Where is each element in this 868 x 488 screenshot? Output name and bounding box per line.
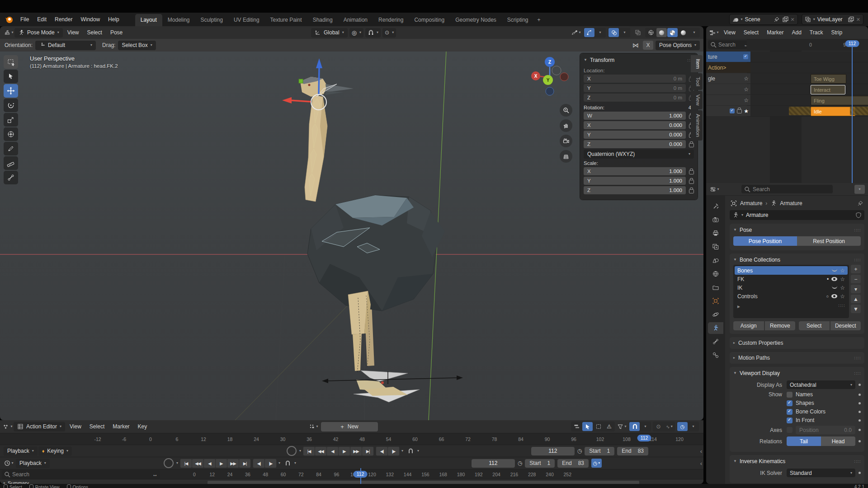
pan-button[interactable] [560,119,572,132]
nla-menu-marker[interactable]: Marker [763,28,788,37]
transport1-next[interactable]: ▶▶ [350,447,362,455]
viewlayer-selector[interactable]: ▾ ViewLayer ✕ [802,14,863,25]
rotation-w-field[interactable]: W1.000 [584,112,686,120]
workspace-tab-modeling[interactable]: Modeling [162,14,195,26]
ik-solver-dropdown[interactable]: Standard▾ [787,469,855,477]
nla-track-5[interactable]: ★ [706,106,750,116]
animate-dot[interactable] [859,402,861,404]
shading-wireframe[interactable] [646,28,656,37]
tool-scale[interactable] [4,113,18,127]
scale-y-field[interactable]: Y1.000 [584,177,686,185]
nla-track-3[interactable]: ☆ [706,84,750,94]
start-frame-field-2[interactable]: Start1 [525,459,555,468]
pin-icon[interactable] [857,200,863,206]
end-frame-field-2[interactable]: End83 [557,459,589,468]
new-scene-icon[interactable] [782,16,788,23]
names-checkbox[interactable] [787,392,793,398]
dopesheet-menu-select[interactable]: Select [85,422,108,431]
unlink-scene-icon[interactable]: ✕ [791,17,795,23]
eye-closed-icon[interactable] [832,285,837,289]
xray-toggle[interactable] [632,28,643,37]
sync-playback-button[interactable]: ◷▾ [591,459,602,468]
show-gizmo-toggle[interactable] [584,28,594,37]
shapes-checkbox[interactable] [787,400,793,406]
only-selected-toggle[interactable] [582,422,593,431]
transform-panel-header[interactable]: ▼Transform ∷∷ [584,56,694,66]
tool-pose-tool[interactable] [4,171,18,184]
playback-popover-2[interactable]: Playback▾ [16,459,50,468]
npanel-tab-animation[interactable]: Animation [691,110,703,141]
star-icon[interactable]: ☆ [840,268,845,273]
nla-playhead-line[interactable] [852,47,853,183]
deselect-button[interactable]: Deselect [830,321,861,330]
properties-tab-collection[interactable] [708,282,723,293]
pose-options-dropdown[interactable]: Pose Options▾ [656,41,700,50]
workspace-tab-layout[interactable]: Layout [135,14,162,26]
zoom-button[interactable] [560,104,572,117]
track-checkbox[interactable] [743,54,748,59]
proportional-toggle[interactable]: ⊙ [653,422,664,431]
snapping-dropdown[interactable]: ▾ [640,422,651,431]
jump2-prevbar[interactable]: ◀| [253,459,264,468]
dopesheet-ruler-playhead-badge[interactable]: 112 [637,435,651,441]
scale-y-lock-icon[interactable] [689,180,694,184]
bone-collection-fk[interactable]: FK•☆ [735,275,848,283]
timeline-editor-type-button[interactable]: ▾ [4,459,14,468]
solo-star-icon[interactable]: ★ [744,108,749,114]
remove-button[interactable]: Remove [765,321,796,330]
properties-tab-world[interactable] [708,268,723,280]
nla-playhead-badge[interactable]: 112 [845,40,859,47]
viewport-display-header[interactable]: ▼Viewport Display∷∷ [733,369,861,378]
current-frame-field-2[interactable]: 112 [472,459,515,468]
tool-annotate[interactable] [4,142,18,155]
mirror-icon[interactable]: ⋈ [630,41,641,50]
rest-position-button[interactable]: Rest Position [797,236,861,246]
start-frame-field-1[interactable]: Start1 [585,447,614,455]
tool-transform[interactable] [4,127,18,141]
rotation-y-field[interactable]: Y0.000 [584,131,686,139]
dopesheet-menu-view[interactable]: View [66,422,85,431]
properties-tab-tool[interactable] [708,200,723,212]
transport1-prev[interactable]: ◀◀ [315,447,326,455]
eye-icon[interactable] [831,277,837,281]
jump2-barnext[interactable]: |▶ [265,459,276,468]
add-collection-button[interactable]: + [851,265,861,273]
animate-dot[interactable] [859,394,861,396]
region-collapse-2[interactable]: ‹ [700,460,702,467]
solo-star-icon[interactable]: ☆ [744,98,749,103]
new-viewlayer-icon[interactable] [848,16,854,23]
region-collapse-1[interactable]: ‹ [700,448,702,455]
armature-name-field[interactable]: ▾ Armature [730,210,864,220]
remove-collection-button[interactable]: − [851,275,861,283]
eye-closed-icon[interactable] [832,268,837,272]
nla-track-action[interactable]: Action> [706,62,750,73]
jump1-barnext[interactable]: |▶ [388,447,399,455]
properties-search-field[interactable]: Search [741,185,833,193]
perspective-toggle-button[interactable] [560,150,572,163]
viewport-menu-view[interactable]: View [63,28,83,37]
pose-position-button[interactable]: Pose Position [733,236,797,246]
properties-tab-scene[interactable] [708,254,723,266]
snap-playhead-toggle-2[interactable] [282,459,292,468]
viewport-menu-pose[interactable]: Pose [106,28,127,37]
shading-dropdown[interactable]: ▾ [689,28,699,37]
timeline-search-field[interactable]: Search ↔ [2,470,160,479]
npanel-tab-item[interactable]: Item [691,55,703,72]
tool-measure[interactable] [4,156,18,170]
axes-checkbox[interactable] [787,427,793,433]
jump1-prevbar[interactable]: ◀| [376,447,387,455]
relations-head-button[interactable]: Head [821,436,855,446]
properties-tab-render[interactable] [708,214,723,225]
properties-tab-physics[interactable] [708,309,723,320]
nla-strip-fling[interactable]: Fling [811,96,868,105]
workspace-tab-uv-editing[interactable]: UV Editing [228,14,265,26]
bone-collection-ik[interactable]: IK☆ [735,283,848,292]
relations-tail-button[interactable]: Tail [787,436,821,446]
workspace-tab-rendering[interactable]: Rendering [373,14,409,26]
viewport-menu-select[interactable]: Select [83,28,106,37]
keying-popover[interactable]: ♦Keying▾ [38,446,72,456]
rotation-mode-dropdown[interactable]: Quaternion (WXYZ)▾ [584,150,694,159]
transport2-prev[interactable]: ◀ [204,459,215,468]
shading-material[interactable] [667,28,678,37]
nla-menu-select[interactable]: Select [740,28,763,37]
